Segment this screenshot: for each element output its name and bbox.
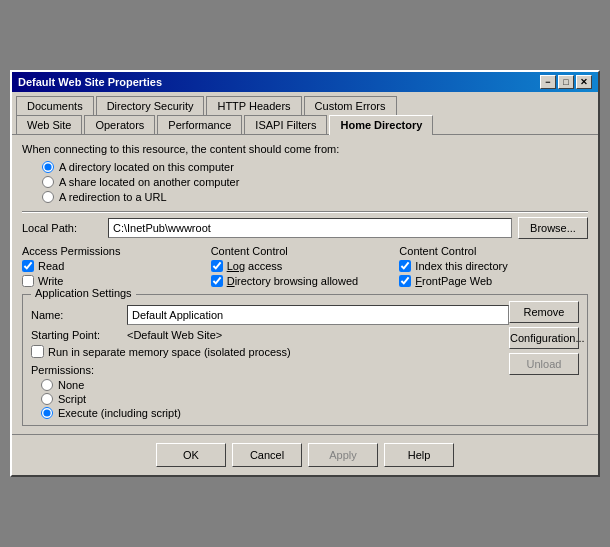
checkbox-dir-browsing: Directory browsing allowed bbox=[211, 275, 400, 287]
divider-1 bbox=[22, 211, 588, 213]
checkbox-index-dir-label: Index this directory bbox=[415, 260, 507, 272]
checkbox-read-input[interactable] bbox=[22, 260, 34, 272]
radio-none-input[interactable] bbox=[41, 379, 53, 391]
radio-local-dir-input[interactable] bbox=[42, 161, 54, 173]
checkbox-frontpage-web-input[interactable] bbox=[399, 275, 411, 287]
remove-button[interactable]: Remove bbox=[509, 301, 579, 323]
resource-text: When connecting to this resource, the co… bbox=[22, 143, 588, 155]
radio-none-label: None bbox=[58, 379, 84, 391]
checkbox-frontpage-web-label: FrontPage Web bbox=[415, 275, 492, 287]
checkbox-log-access-label: Log access bbox=[227, 260, 283, 272]
permissions-section-label: Permissions: bbox=[31, 364, 509, 376]
title-bar: Default Web Site Properties − □ ✕ bbox=[12, 72, 598, 92]
main-window: Default Web Site Properties − □ ✕ Docume… bbox=[10, 70, 600, 477]
radio-execute[interactable]: Execute (including script) bbox=[41, 407, 509, 419]
starting-point-row: Starting Point: <Default Web Site> bbox=[31, 329, 509, 341]
app-name-row: Name: bbox=[31, 305, 509, 325]
radio-local-dir[interactable]: A directory located on this computer bbox=[42, 161, 588, 173]
app-name-input[interactable] bbox=[127, 305, 509, 325]
window-title: Default Web Site Properties bbox=[18, 76, 162, 88]
configuration-button[interactable]: Configuration... bbox=[509, 327, 579, 349]
local-path-row: Local Path: Browse... bbox=[22, 217, 588, 239]
app-right-buttons: Remove Configuration... Unload bbox=[509, 301, 579, 419]
checkbox-dir-browsing-label: Directory browsing allowed bbox=[227, 275, 358, 287]
unload-button: Unload bbox=[509, 353, 579, 375]
checkbox-write-input[interactable] bbox=[22, 275, 34, 287]
access-permissions-col: Access Permissions Read Write bbox=[22, 245, 211, 290]
radio-script-label: Script bbox=[58, 393, 86, 405]
access-permissions-header: Access Permissions bbox=[22, 245, 211, 257]
tab-isapi-filters[interactable]: ISAPI Filters bbox=[244, 115, 327, 134]
app-settings-legend: Application Settings bbox=[31, 287, 136, 299]
local-path-label: Local Path: bbox=[22, 222, 102, 234]
content-control-col2: Content Control Index this directory Fro… bbox=[399, 245, 588, 290]
isolated-process-label: Run in separate memory space (isolated p… bbox=[48, 346, 291, 358]
tab-performance[interactable]: Performance bbox=[157, 115, 242, 134]
checkbox-frontpage-web: FrontPage Web bbox=[399, 275, 588, 287]
tab-web-site[interactable]: Web Site bbox=[16, 115, 82, 134]
content-area: When connecting to this resource, the co… bbox=[12, 135, 598, 434]
tab-row-2: Web Site Operators Performance ISAPI Fil… bbox=[12, 115, 598, 135]
help-button[interactable]: Help bbox=[384, 443, 454, 467]
content-control-header1: Content Control bbox=[211, 245, 400, 257]
radio-script-input[interactable] bbox=[41, 393, 53, 405]
checkbox-write-label: Write bbox=[38, 275, 63, 287]
tab-custom-errors[interactable]: Custom Errors bbox=[304, 96, 397, 115]
checkbox-index-dir: Index this directory bbox=[399, 260, 588, 272]
title-bar-buttons: − □ ✕ bbox=[540, 75, 592, 89]
isolated-process-row: Run in separate memory space (isolated p… bbox=[31, 345, 509, 358]
tab-operators[interactable]: Operators bbox=[84, 115, 155, 134]
radio-none[interactable]: None bbox=[41, 379, 509, 391]
content-control-header2: Content Control bbox=[399, 245, 588, 257]
radio-redirect-label: A redirection to a URL bbox=[59, 191, 167, 203]
name-label: Name: bbox=[31, 309, 121, 321]
isolated-process-checkbox[interactable] bbox=[31, 345, 44, 358]
checkbox-read: Read bbox=[22, 260, 211, 272]
tab-directory-security[interactable]: Directory Security bbox=[96, 96, 205, 115]
content-source-radios: A directory located on this computer A s… bbox=[42, 161, 588, 203]
permissions-row: Access Permissions Read Write Content Co… bbox=[22, 245, 588, 290]
apply-button[interactable]: Apply bbox=[308, 443, 378, 467]
checkbox-read-label: Read bbox=[38, 260, 64, 272]
maximize-button[interactable]: □ bbox=[558, 75, 574, 89]
app-main: Name: Starting Point: <Default Web Site>… bbox=[31, 301, 509, 419]
tab-home-directory[interactable]: Home Directory bbox=[329, 115, 433, 135]
content-control-col1: Content Control Log access Directory bro… bbox=[211, 245, 400, 290]
checkbox-log-access-input[interactable] bbox=[211, 260, 223, 272]
radio-redirect[interactable]: A redirection to a URL bbox=[42, 191, 588, 203]
ok-button[interactable]: OK bbox=[156, 443, 226, 467]
app-settings-group: Application Settings Name: Starting Poin… bbox=[22, 294, 588, 426]
radio-share-label: A share located on another computer bbox=[59, 176, 239, 188]
radio-share[interactable]: A share located on another computer bbox=[42, 176, 588, 188]
minimize-button[interactable]: − bbox=[540, 75, 556, 89]
checkbox-log-access: Log access bbox=[211, 260, 400, 272]
local-path-input[interactable] bbox=[108, 218, 512, 238]
tab-documents[interactable]: Documents bbox=[16, 96, 94, 115]
app-content: Name: Starting Point: <Default Web Site>… bbox=[31, 301, 579, 419]
radio-execute-label: Execute (including script) bbox=[58, 407, 181, 419]
tab-http-headers[interactable]: HTTP Headers bbox=[206, 96, 301, 115]
close-button[interactable]: ✕ bbox=[576, 75, 592, 89]
radio-redirect-input[interactable] bbox=[42, 191, 54, 203]
tab-row-1: Documents Directory Security HTTP Header… bbox=[12, 92, 598, 115]
bottom-buttons: OK Cancel Apply Help bbox=[12, 434, 598, 475]
starting-point-label: Starting Point: bbox=[31, 329, 121, 341]
browse-button[interactable]: Browse... bbox=[518, 217, 588, 239]
permissions-radios: None Script Execute (including script) bbox=[41, 379, 509, 419]
starting-point-value: <Default Web Site> bbox=[127, 329, 222, 341]
checkbox-dir-browsing-input[interactable] bbox=[211, 275, 223, 287]
cancel-button[interactable]: Cancel bbox=[232, 443, 302, 467]
radio-execute-input[interactable] bbox=[41, 407, 53, 419]
checkbox-index-dir-input[interactable] bbox=[399, 260, 411, 272]
checkbox-write: Write bbox=[22, 275, 211, 287]
radio-local-dir-label: A directory located on this computer bbox=[59, 161, 234, 173]
radio-script[interactable]: Script bbox=[41, 393, 509, 405]
radio-share-input[interactable] bbox=[42, 176, 54, 188]
